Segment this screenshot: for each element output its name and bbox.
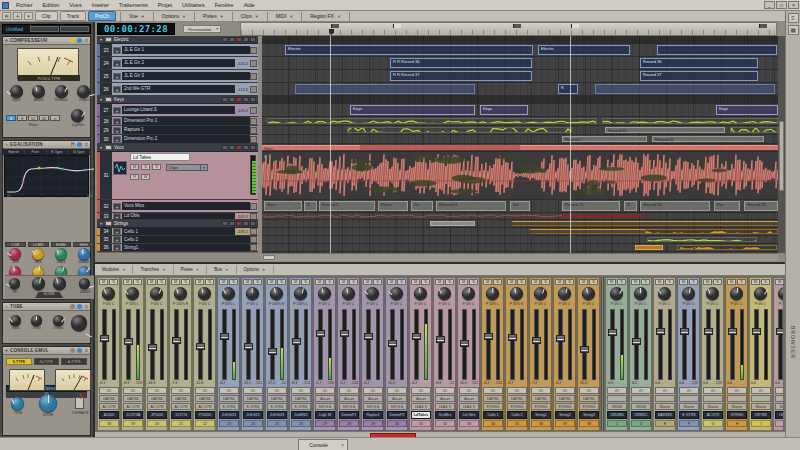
track-lane-23[interactable]: ElectricElectric <box>262 44 778 57</box>
record-button[interactable] <box>236 37 242 42</box>
mute-button[interactable]: M <box>579 279 588 285</box>
track-mini-button[interactable] <box>250 73 257 80</box>
strip-name[interactable]: DRUMS <box>607 411 627 419</box>
tube-bypass-icon[interactable] <box>70 304 75 309</box>
clips-pane[interactable]: ElectricElectricR R Record 36Record 36R … <box>262 36 778 253</box>
fader-handle[interactable] <box>412 333 421 340</box>
folder-collapse-icon[interactable]: ▾ <box>97 97 105 102</box>
expand-icon[interactable]: + <box>113 244 121 251</box>
pan-knob[interactable] <box>174 287 187 300</box>
output-plate[interactable]: STRING <box>507 403 527 410</box>
console-menu-tranches[interactable]: Tranches▼ <box>133 265 173 274</box>
solo-button[interactable]: S <box>277 279 286 285</box>
fader-handle[interactable] <box>148 344 157 351</box>
console-emu-expand-icon[interactable]: ⇕ <box>83 348 90 353</box>
arrange-vertical-scrollbar[interactable] <box>778 36 785 253</box>
mute-button[interactable] <box>222 221 228 226</box>
console-emu-bypass-icon[interactable] <box>70 348 75 353</box>
expand-icon[interactable]: + <box>113 213 121 220</box>
pan-knob[interactable] <box>390 287 403 300</box>
compressor-header[interactable]: ✣ COMPRESSEUR ⇕ <box>3 37 90 45</box>
audio-clip[interactable]: Record 1Record 1 <box>677 245 777 250</box>
drive-knob[interactable] <box>39 394 57 412</box>
track-mini-button[interactable] <box>250 244 257 251</box>
mute-button[interactable]: M <box>243 279 252 285</box>
menu-edition[interactable]: Edition <box>38 0 65 11</box>
eq-header[interactable]: ∿ EGALISATION H ⇕ <box>3 141 90 149</box>
mute-button[interactable] <box>222 37 228 42</box>
tube-header[interactable]: ♨ TUBE ⇕ <box>3 303 90 311</box>
audio-clip[interactable] <box>295 84 475 94</box>
fader-handle[interactable] <box>436 336 445 343</box>
input-plate[interactable] <box>679 395 699 402</box>
io-button[interactable]: I/O <box>531 387 551 394</box>
input-plate[interactable]: Aucun <box>339 395 359 402</box>
timeline-marker-flag[interactable] <box>513 24 521 28</box>
solo-button[interactable]: S <box>565 279 574 285</box>
track-lane-28[interactable] <box>262 117 778 126</box>
solo-button[interactable]: S <box>301 279 310 285</box>
menu-insérer[interactable]: Insérer <box>87 0 114 11</box>
folder-icon[interactable]: ▦ <box>788 25 799 35</box>
channel-strip-G[interactable]: MSP 0% C0.0-128I/OMasterACGTRG <box>701 277 724 431</box>
audio-clip[interactable]: Electric <box>538 45 630 55</box>
input-plate[interactable]: Aucun <box>387 395 407 402</box>
audio-clip[interactable]: Keys <box>716 105 778 115</box>
automation-button[interactable] <box>250 37 256 42</box>
io-button[interactable]: I/O <box>631 387 651 394</box>
console-tab[interactable]: Console × <box>298 439 348 450</box>
mute-button[interactable]: M <box>387 279 396 285</box>
ratio-20-button[interactable]: 20 <box>39 115 49 121</box>
track-mini-button[interactable] <box>250 203 257 210</box>
channel-strip-38[interactable]: MSP 0% C-15.2I/ODATIN5STRINGString338 <box>577 277 600 431</box>
record-button[interactable] <box>236 221 242 226</box>
pan-knob[interactable] <box>706 287 719 300</box>
solo-button[interactable]: S <box>421 279 430 285</box>
input-plate[interactable] <box>607 395 627 402</box>
io-button[interactable]: I/O <box>775 387 783 394</box>
strip-name[interactable]: Cello 2 <box>507 411 527 419</box>
audio-clip[interactable] <box>602 118 778 124</box>
r-automation-button[interactable]: R <box>130 174 139 180</box>
audio-clip[interactable]: Record 37 <box>640 71 758 81</box>
fader-handle[interactable] <box>244 343 253 350</box>
expand-icon[interactable]: + <box>113 127 121 134</box>
strip-name[interactable]: JLEGX2 <box>243 411 263 419</box>
solo-button[interactable]: S <box>253 279 262 285</box>
tube-power-icon[interactable] <box>77 304 82 309</box>
fader-handle[interactable] <box>508 334 517 341</box>
expand-icon[interactable]: + <box>113 136 121 143</box>
w-automation-button[interactable]: W <box>141 174 150 180</box>
pan-knob[interactable] <box>222 287 235 300</box>
transport-time-display[interactable]: 00:00:27:28 <box>97 23 175 35</box>
tube-type-knob[interactable] <box>71 315 87 331</box>
pan-knob[interactable] <box>634 287 647 300</box>
input-plate[interactable]: DATIN5 <box>291 395 311 402</box>
automation-button[interactable] <box>250 145 256 150</box>
solo-button[interactable]: S <box>469 279 478 285</box>
clips-dropdown[interactable]: Clips▼ <box>166 164 208 171</box>
strip-name[interactable]: DRMSC <box>631 411 651 419</box>
channel-strip-32[interactable]: MSP 0% C-6.8-12I/OAucunLEAD VVcsMcs32 <box>433 277 456 431</box>
track-lane-34[interactable] <box>262 228 778 236</box>
tab-proch[interactable]: ProCh <box>88 11 116 21</box>
output-plate[interactable]: Master <box>679 403 699 410</box>
tube-input-knob[interactable] <box>10 315 21 326</box>
audio-clip[interactable]: R R Record 37 <box>390 71 532 81</box>
audio-clip[interactable] <box>430 221 475 226</box>
track-lane-24[interactable]: R R Record 36Record 36 <box>262 57 778 70</box>
trim-knob[interactable] <box>11 397 24 410</box>
eq-band-knob[interactable] <box>32 248 44 260</box>
hp-filter-knob[interactable] <box>9 278 20 289</box>
browser-collapsed-strip[interactable]: ≡ ▦ BROWSER <box>785 11 800 437</box>
track-header-32[interactable]: 32+Vocs Mics <box>97 200 258 213</box>
eq-band-knob[interactable] <box>9 248 21 260</box>
pan-knob[interactable] <box>462 287 475 300</box>
eq-expand-icon[interactable]: ⇕ <box>83 142 90 147</box>
track-header-24[interactable]: 24+JL E Gtr 2-120.3 <box>97 57 258 70</box>
mute-button[interactable]: M <box>339 279 348 285</box>
pan-knob[interactable] <box>366 287 379 300</box>
input-plate[interactable]: Aucun <box>411 395 431 402</box>
arrange-horizontal-scrollbar[interactable] <box>262 253 778 261</box>
output-plate[interactable]: STRING <box>579 403 599 410</box>
